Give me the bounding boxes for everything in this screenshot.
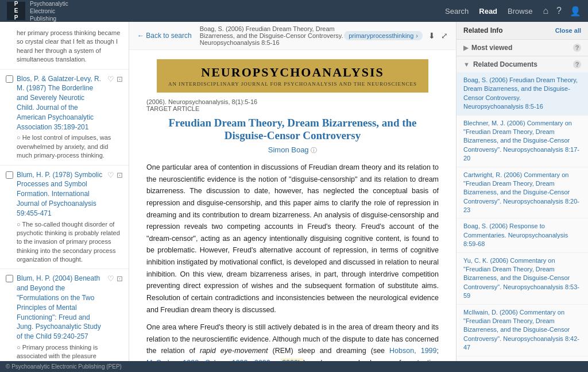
article-type: TARGET ARTICLE bbox=[146, 105, 439, 112]
related-doc-item-1[interactable]: Blechner, M. J. (2006) Commentary on "Fr… bbox=[457, 116, 588, 167]
article-body: NEUROPSYCHOANALYSIS AN INTERDISCIPLINARY… bbox=[129, 50, 456, 372]
left-sidebar: her primary process thinking became so c… bbox=[0, 22, 129, 372]
related-docs-toggle: ▼ bbox=[463, 61, 470, 68]
logo-initials: PEP bbox=[14, 1, 18, 21]
related-doc-item-2[interactable]: Cartwright, R. (2006) Commentary on "Fre… bbox=[457, 167, 588, 219]
right-panel: Related Info Close all ▶ Most viewed ? ▼… bbox=[456, 22, 588, 372]
sidebar-top-text: her primary process thinking became so c… bbox=[0, 22, 129, 70]
article-paragraph-1: One particular area of contention in dis… bbox=[146, 162, 439, 316]
sidebar-item-title-blos1987[interactable]: Blos, P. & Galatzer-Levy, R. M. (1987) T… bbox=[17, 74, 104, 132]
sidebar-item-title-blum2004[interactable]: Blum, H. P. (2004) Beneath and Beyond th… bbox=[17, 274, 104, 342]
related-documents-section: ▼ Related Documents ? Boag, S. (2006) Fr… bbox=[457, 56, 588, 372]
heart-icon-blum1978[interactable]: ♡ bbox=[107, 170, 114, 181]
related-doc-item-3[interactable]: Boag, S. (2006) Response to Commentaries… bbox=[457, 218, 588, 252]
most-viewed-label: Most viewed bbox=[471, 44, 512, 52]
user-icon[interactable]: 👤 bbox=[570, 6, 581, 17]
sidebar-item-header: Blos, P. & Galatzer-Levy, R. M. (1987) T… bbox=[6, 74, 123, 132]
author-info-icon[interactable]: ⓘ bbox=[311, 147, 317, 154]
related-info-title: Related Info bbox=[463, 26, 503, 34]
footer-text: © Psychoanalytic Electronic Publishing (… bbox=[6, 363, 122, 370]
sidebar-item-blos1987: Blos, P. & Galatzer-Levy, R. M. (1987) T… bbox=[0, 70, 129, 166]
sidebar-item-icons-blum1978: ♡ ⊡ bbox=[107, 170, 123, 181]
close-all-button[interactable]: Close all bbox=[555, 27, 581, 34]
most-viewed-toggle: ▶ bbox=[463, 44, 468, 52]
journal-title: NEUROPSYCHOANALYSIS bbox=[168, 65, 417, 80]
sidebar-item-blum1978: Blum, H. P. (1978) Symbolic Processes an… bbox=[0, 166, 129, 270]
logo-box: PEP bbox=[7, 2, 25, 20]
footer: © Psychoanalytic Electronic Publishing (… bbox=[0, 361, 588, 372]
related-documents-label: Related Documents bbox=[473, 60, 537, 68]
author-name: Simon Boag bbox=[268, 145, 309, 154]
sidebar-top-excerpt: her primary process thinking became so c… bbox=[6, 29, 123, 64]
expand-icon[interactable]: ⤢ bbox=[441, 31, 448, 40]
nav-read[interactable]: Read bbox=[479, 7, 497, 16]
article-author: Simon Boag ⓘ bbox=[146, 145, 439, 155]
nav-search[interactable]: Search bbox=[445, 7, 469, 16]
logo-area: PEP Psychoanalytic Electronic Publishing bbox=[7, 0, 68, 22]
related-documents-header[interactable]: ▼ Related Documents ? bbox=[457, 56, 588, 72]
brand-name: Psychoanalytic Electronic Publishing bbox=[30, 0, 68, 22]
main-layout: her primary process thinking became so c… bbox=[0, 22, 588, 372]
journal-subtitle: AN INTERDISCIPLINARY JOURNAL FOR PSYCHOA… bbox=[168, 81, 417, 87]
breadcrumb-tag[interactable]: primaryprocessthinking › bbox=[344, 31, 423, 40]
sidebar-checkbox-blos1987[interactable] bbox=[6, 75, 13, 83]
nav-icons: ⌂ ? 👤 bbox=[543, 6, 581, 17]
sidebar-item-header-blum1978: Blum, H. P. (1978) Symbolic Processes an… bbox=[6, 170, 123, 218]
journal-header: NEUROPSYCHOANALYSIS AN INTERDISCIPLINARY… bbox=[146, 59, 439, 93]
related-docs-list: Boag, S. (2006) Freudian Dream Theory, D… bbox=[457, 72, 588, 372]
related-doc-item-4[interactable]: Yu, C. K. (2006) Commentary on "Freudian… bbox=[457, 253, 588, 305]
chevron-right-icon: › bbox=[416, 32, 418, 39]
related-docs-info-icon[interactable]: ? bbox=[573, 60, 581, 68]
bookmark-icon-blum2004[interactable]: ⊡ bbox=[117, 274, 123, 284]
breadcrumb-tag-text: primaryprocessthinking bbox=[349, 32, 413, 39]
breadcrumb-actions: primaryprocessthinking › ⬇ ⤢ bbox=[344, 31, 448, 40]
sidebar-item-title-blum1978[interactable]: Blum, H. P. (1978) Symbolic Processes an… bbox=[17, 170, 104, 218]
most-viewed-header[interactable]: ▶ Most viewed ? bbox=[457, 40, 588, 56]
content-area: ← Back to search Boag, S. (2006) Freudia… bbox=[129, 22, 456, 372]
sidebar-item-icons: ♡ ⊡ bbox=[107, 74, 123, 85]
sidebar-item-excerpt-blos1987: He lost control of impulses, was overwhe… bbox=[6, 133, 123, 160]
sidebar-checkbox-blum2004[interactable] bbox=[6, 275, 13, 282]
right-panel-header: Related Info Close all bbox=[457, 22, 588, 40]
related-doc-item-0[interactable]: Boag, S. (2006) Freudian Dream Theory, D… bbox=[457, 72, 588, 116]
sidebar-item-icons-blum2004: ♡ ⊡ bbox=[107, 274, 123, 284]
related-doc-item-5[interactable]: McIlwain, D. (2006) Commentary on "Freud… bbox=[457, 305, 588, 356]
nav-browse[interactable]: Browse bbox=[508, 7, 532, 16]
nav-links: Search Read Browse ⌂ ? 👤 bbox=[445, 6, 581, 17]
breadcrumb-text: Boag, S. (2006) Freudian Dream Theory, D… bbox=[200, 25, 345, 46]
heart-icon-blum2004[interactable]: ♡ bbox=[107, 274, 114, 284]
back-to-search-link[interactable]: ← Back to search bbox=[137, 32, 192, 40]
top-navigation: PEP Psychoanalytic Electronic Publishing… bbox=[0, 0, 588, 22]
journal-issue: (2006). Neuropsychoanalysis, 8(1):5-16 bbox=[146, 98, 439, 105]
sidebar-item-header-blum2004: Blum, H. P. (2004) Beneath and Beyond th… bbox=[6, 274, 123, 342]
hobson1999-link[interactable]: Hobson, 1999 bbox=[389, 347, 436, 355]
most-viewed-section: ▶ Most viewed ? bbox=[457, 40, 588, 56]
home-icon[interactable]: ⌂ bbox=[543, 6, 548, 16]
breadcrumb-bar: ← Back to search Boag, S. (2006) Freudia… bbox=[129, 22, 456, 50]
bookmark-icon-blum1978[interactable]: ⊡ bbox=[117, 170, 123, 181]
article-title: Freudian Dream Theory, Dream Bizarreness… bbox=[146, 117, 439, 142]
most-viewed-info-icon[interactable]: ? bbox=[573, 44, 581, 52]
sidebar-checkbox-blum1978[interactable] bbox=[6, 171, 13, 179]
heart-icon[interactable]: ♡ bbox=[107, 74, 114, 85]
sidebar-item-excerpt-blum1978: The so-called thought disorder of psycho… bbox=[6, 220, 123, 264]
download-icon[interactable]: ⬇ bbox=[428, 31, 435, 40]
bookmark-icon[interactable]: ⊡ bbox=[117, 74, 123, 85]
journal-banner: NEUROPSYCHOANALYSIS AN INTERDISCIPLINARY… bbox=[157, 59, 428, 93]
help-icon[interactable]: ? bbox=[556, 6, 562, 16]
sidebar-item-blum2004: Blum, H. P. (2004) Beneath and Beyond th… bbox=[0, 269, 129, 372]
